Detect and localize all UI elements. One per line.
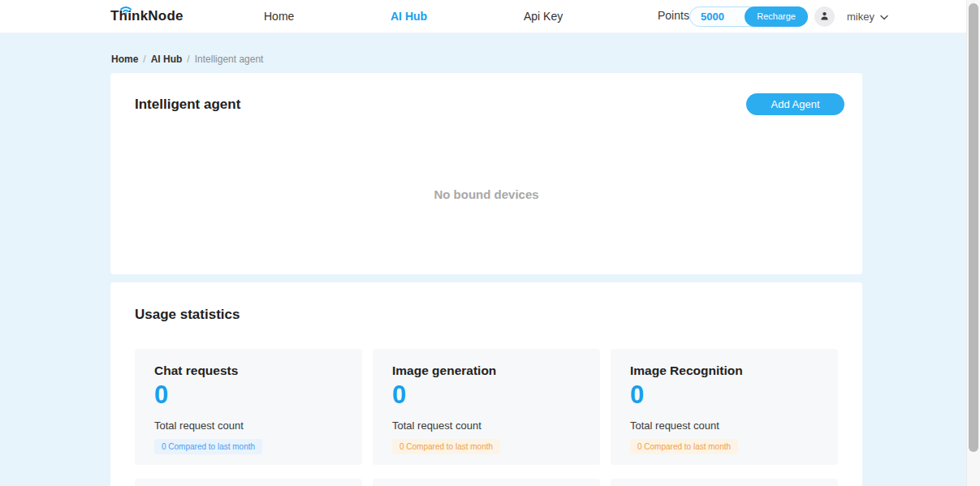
stat-value: 0 [630,382,818,407]
stat-title: Chat requests [154,363,343,378]
breadcrumb-ai-hub[interactable]: AI Hub [151,54,183,65]
stat-value: 0 [154,382,343,407]
nav-item-home[interactable]: Home [264,10,294,23]
breadcrumb-home[interactable]: Home [111,54,138,65]
stat-badge: 0 Compared to last month [392,439,500,454]
nav-item-ai-hub[interactable]: AI Hub [391,10,427,23]
stat-subtitle: Total request count [630,419,818,432]
stat-title: Image Recognition [630,363,818,378]
logo[interactable]: ThinkNode [110,8,183,24]
stat-card-partial [373,479,600,486]
recharge-button[interactable]: Recharge [745,6,808,27]
stat-card-partial [611,479,838,486]
intelligent-agent-panel: Intelligent agent Add Agent No bound dev… [110,73,862,274]
agent-panel-header: Intelligent agent Add Agent [110,73,862,115]
add-agent-button[interactable]: Add Agent [746,93,844,115]
stat-badge: 0 Compared to last month [154,439,262,454]
top-navbar: ThinkNode Home AI Hub Api Key Points 500… [0,0,980,33]
avatar[interactable] [814,6,835,27]
breadcrumb-separator: / [187,54,189,65]
usage-statistics-panel: Usage statistics Chat requests 0 Total r… [110,282,862,486]
wifi-icon [119,2,132,19]
scrollbar-thumb[interactable] [969,3,978,452]
points-label: Points [658,9,689,22]
stat-subtitle: Total request count [154,419,343,432]
stat-value: 0 [392,382,581,407]
stat-card-chat-requests: Chat requests 0 Total request count 0 Co… [135,349,362,465]
points-pill: 5000 Recharge [689,6,808,27]
breadcrumb-current: Intelligent agent [195,54,264,65]
nav-item-api-key[interactable]: Api Key [524,10,563,23]
agent-panel-title: Intelligent agent [135,97,240,113]
person-icon [819,10,830,24]
stat-card-row: Chat requests 0 Total request count 0 Co… [135,349,838,465]
breadcrumb-separator: / [143,54,145,65]
usage-panel-title: Usage statistics [110,282,862,323]
stat-subtitle: Total request count [392,419,581,432]
stat-badge: 0 Compared to last month [630,439,738,454]
user-menu[interactable]: mikey [847,11,888,23]
stat-card-image-generation: Image generation 0 Total request count 0… [373,349,600,465]
chevron-down-icon [880,11,888,23]
username: mikey [847,11,874,23]
points-value: 5000 [690,11,724,23]
stat-card-row-partial [135,479,838,486]
stat-title: Image generation [392,363,581,378]
stat-card-partial [135,479,362,486]
stat-card-image-recognition: Image Recognition 0 Total request count … [611,349,838,465]
scrollbar-track[interactable] [966,0,980,486]
breadcrumb: Home / AI Hub / Intelligent agent [111,54,263,65]
empty-state-text: No bound devices [110,187,862,201]
